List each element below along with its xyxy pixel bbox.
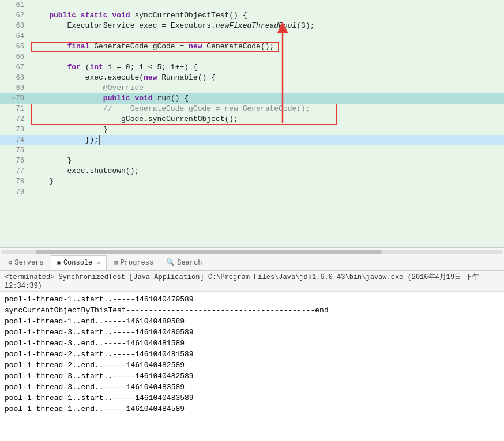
code-editor: 61 62 public static void syncCurrentObje…: [0, 0, 504, 248]
code-line: 63 ExecutorService exec = Executors.newF…: [0, 21, 504, 31]
line-content: }: [29, 156, 504, 166]
tab-progress[interactable]: ▤ Progress: [108, 255, 159, 270]
scrollbar-thumb[interactable]: [36, 250, 382, 254]
line-content: }: [29, 125, 504, 135]
scrollbar-track[interactable]: [1, 250, 503, 254]
line-content: // GenerateCode gCode = new GenerateCode…: [29, 104, 504, 114]
line-number: 62: [0, 10, 29, 21]
tab-servers-label: Servers: [14, 259, 43, 267]
tab-servers[interactable]: ⚙ Servers: [2, 255, 50, 270]
code-line-70: ⇐70 public void run() {: [0, 93, 504, 104]
code-line: 64: [0, 31, 504, 42]
line-number: 79: [0, 187, 29, 197]
line-number: 67: [0, 62, 29, 73]
tab-console-label: Console: [63, 259, 92, 267]
tab-search[interactable]: 🔍 Search: [160, 255, 208, 270]
line-number: 63: [0, 21, 29, 31]
console-close-icon[interactable]: ✕: [97, 259, 100, 266]
line-number: 75: [0, 145, 29, 156]
code-line: 67 for (int i = 0; i < 5; i++) {: [0, 62, 504, 73]
tab-console[interactable]: ▣ Console ✕: [51, 255, 107, 270]
editor-scrollbar[interactable]: [0, 248, 504, 255]
console-line: pool-1-thread-3..end..-----1461040483589: [5, 382, 499, 393]
code-line: 68 exec.execute(new Runnable() {: [0, 73, 504, 83]
line-content: ExecutorService exec = Executors.newFixe…: [29, 21, 504, 31]
code-line: 62 public static void syncCurrentObjectT…: [0, 10, 504, 21]
code-line: 69 @Override: [0, 83, 504, 93]
console-line: pool-1-thread-1..start..-----14610404835…: [5, 393, 499, 404]
line-content: }: [29, 176, 504, 187]
console-line: pool-1-thread-2..end..-----1461040482589: [5, 360, 499, 371]
console-line: pool-1-thread-2..start..-----14610404815…: [5, 349, 499, 360]
console-line: pool-1-thread-3..end..-----1461040481589: [5, 338, 499, 349]
line-number: 76: [0, 156, 29, 166]
code-line: 61: [0, 0, 504, 10]
line-number: 78: [0, 176, 29, 187]
code-lines: 61 62 public static void syncCurrentObje…: [0, 0, 504, 197]
tab-search-label: Search: [177, 259, 202, 267]
progress-icon: ▤: [114, 258, 118, 267]
tab-progress-label: Progress: [121, 259, 154, 267]
line-content: for (int i = 0; i < 5; i++) {: [29, 62, 504, 73]
tab-bar: ⚙ Servers ▣ Console ✕ ▤ Progress 🔍 Searc…: [0, 255, 504, 271]
console-line: pool-1-thread-1..end..-----1461040484589: [5, 404, 499, 414]
line-number: 71: [0, 104, 29, 114]
line-number: 72: [0, 114, 29, 125]
terminated-text: <terminated> SynchronizedTest [Java Appl…: [5, 273, 479, 290]
line-number: 64: [0, 31, 29, 42]
line-number: 73: [0, 125, 29, 135]
line-content: gCode.syncCurrentObject();: [29, 114, 504, 125]
search-icon: 🔍: [166, 258, 175, 267]
code-line-72: 72 gCode.syncCurrentObject();: [0, 114, 504, 125]
line-number: 74: [0, 135, 29, 145]
code-line-71: 71 // GenerateCode gCode = new GenerateC…: [0, 104, 504, 114]
line-content: exec.execute(new Runnable() {: [29, 73, 504, 83]
console-line: pool-1-thread-1..end..-----1461040480589: [5, 316, 499, 327]
bottom-panel: ⚙ Servers ▣ Console ✕ ▤ Progress 🔍 Searc…: [0, 255, 504, 439]
line-content: });: [29, 135, 504, 145]
servers-icon: ⚙: [8, 258, 12, 267]
line-content: exec.shutdown();: [29, 166, 504, 176]
code-line: 66: [0, 52, 504, 62]
line-number: 69: [0, 83, 29, 93]
console-line: pool-1-thread-1..start..-----14610404795…: [5, 294, 499, 305]
line-number: ⇐70: [0, 93, 29, 104]
line-number: 65: [0, 42, 29, 52]
line-content: public void run() {: [29, 93, 504, 104]
console-icon: ▣: [57, 258, 61, 267]
code-line: 79: [0, 187, 504, 197]
code-line-74: 74 });: [0, 135, 504, 145]
line-number: 77: [0, 166, 29, 176]
code-line-65: 65 final GenerateCode gCode = new Genera…: [0, 42, 504, 52]
console-line: pool-1-thread-3..start..-----14610404825…: [5, 371, 499, 382]
line-content: final GenerateCode gCode = new GenerateC…: [29, 42, 504, 52]
code-line: 75: [0, 145, 504, 156]
line-number: 68: [0, 73, 29, 83]
console-output: pool-1-thread-1..start..-----14610404795…: [0, 292, 504, 439]
code-line: 76 }: [0, 156, 504, 166]
code-line: 78 }: [0, 176, 504, 187]
code-line: 77 exec.shutdown();: [0, 166, 504, 176]
line-content: @Override: [29, 83, 504, 93]
console-line: pool-1-thread-3..start..-----14610404805…: [5, 327, 499, 338]
console-line: syncCurrentObjectByThisTest-------------…: [5, 305, 499, 316]
code-line: 73 }: [0, 125, 504, 135]
code-lines-inner-box: 71 // GenerateCode gCode = new GenerateC…: [0, 104, 504, 125]
line-number: 66: [0, 52, 29, 62]
line-content: public static void syncCurrentObjectTest…: [29, 10, 504, 21]
line-number: 61: [0, 0, 29, 10]
console-terminated-header: <terminated> SynchronizedTest [Java Appl…: [0, 271, 504, 292]
